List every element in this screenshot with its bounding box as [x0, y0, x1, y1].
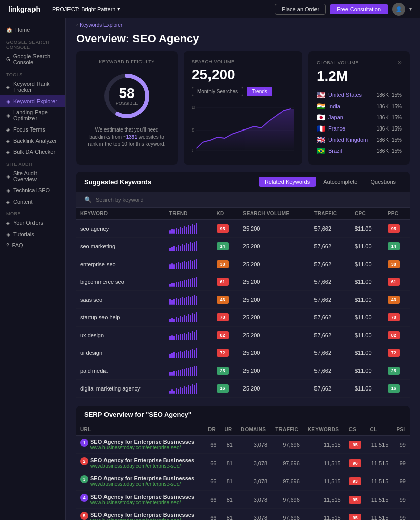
focus-terms-icon: ◈ [6, 127, 10, 133]
serp-cl-cell: 11,515 [366, 454, 392, 472]
traffic-cell: 57,662 [310, 344, 351, 362]
trend-bar [178, 245, 179, 251]
trend-bar [194, 314, 195, 322]
project-selector[interactable]: PROJECT: Bright Pattern ▾ [52, 6, 120, 12]
avatar[interactable]: 👤 [392, 3, 405, 16]
keyword-search-input[interactable] [96, 197, 402, 203]
keyword-cell: enterprise seo [76, 255, 165, 273]
keyword-cell: digital marketing agency [76, 380, 165, 398]
traffic-cell: 57,662 [310, 327, 351, 344]
sidebar-item-technical-seo[interactable]: ◈ Technical SEO [0, 185, 65, 196]
serp-url-cell: 3 SEO Agency for Enterprise Businesses w… [76, 472, 204, 491]
sidebar-item-content[interactable]: ◈ Content [0, 196, 65, 207]
trend-cell [165, 238, 213, 255]
serp-cs-cell: 96 [345, 454, 366, 472]
monthly-searches-button[interactable]: Monthly Searches [192, 87, 243, 96]
serp-page-url[interactable]: www.businesstoday.com/enterprise-seo/ [90, 481, 194, 487]
sidebar-label-backlink: Backlink Analyzer [13, 138, 57, 144]
tab-questions[interactable]: Questions [364, 177, 402, 187]
search-vol-cell: 25,200 [239, 362, 310, 380]
trends-button[interactable]: Trends [247, 87, 272, 96]
trend-bar [173, 264, 175, 269]
svg-text:0: 0 [192, 148, 193, 152]
serp-cl-cell: 11,515 [366, 491, 392, 509]
rank-tracker-icon: ◈ [6, 84, 10, 90]
serp-col-url: URL [76, 424, 204, 436]
country-name[interactable]: India [328, 103, 374, 109]
sidebar-item-gsc[interactable]: G Google Search Console [0, 51, 65, 68]
serp-col-traffic: TRAFFIC [271, 424, 304, 436]
country-name[interactable]: Japan [328, 114, 374, 120]
content-icon: ◈ [6, 199, 10, 205]
serp-page-title[interactable]: SEO Agency for Enterprise Businesses [90, 475, 194, 481]
country-name[interactable]: United States [328, 92, 374, 98]
trend-bar [188, 225, 189, 234]
trend-chart [169, 259, 208, 269]
sidebar-item-orders[interactable]: ◈ Your Orders [0, 217, 65, 229]
sidebar-item-faq[interactable]: ? FAQ [0, 240, 65, 251]
col-search-volume: SEARCH VOLUME [239, 208, 310, 220]
serp-page-url[interactable]: www.businesstoday.com/enterprise-seo/ [90, 518, 194, 520]
cpc-cell: $11.00 [351, 327, 383, 344]
serp-page-title[interactable]: SEO Agency for Enterprise Businesses [90, 494, 194, 500]
backlink-icon: ◈ [6, 138, 10, 144]
serp-page-title[interactable]: SEO Agency for Enterprise Businesses [90, 457, 194, 463]
trend-bar [196, 366, 197, 376]
sidebar-item-home[interactable]: 🏠 Home [0, 24, 65, 36]
serp-page-url[interactable]: www.businesstoday.com/enterprise-seo/ [90, 463, 194, 469]
serp-psi-cell: 99 [392, 454, 410, 472]
country-percent: 15% [392, 104, 402, 109]
kd-circle: 58 POSSIBLE [101, 71, 152, 121]
gv-country-row: 🇫🇷 France 186K 15% [317, 123, 402, 134]
serp-page-title[interactable]: SEO Agency for Enterprise Businesses [90, 439, 194, 445]
logo: linkgraph [8, 5, 40, 13]
sidebar-label-site-audit: Site Audit Overview [13, 170, 59, 182]
trend-bar [192, 367, 193, 376]
project-name: Bright Pattern [81, 6, 115, 12]
tab-autocomplete[interactable]: Autocomplete [317, 177, 363, 187]
breadcrumb-link[interactable]: Keywords Explorer [80, 22, 122, 28]
trend-chart [169, 223, 208, 234]
serp-page-url[interactable]: www.businesstoday.com/enterprise-seo/ [90, 445, 194, 450]
sidebar-item-bulk-da[interactable]: ◈ Bulk DA Checker [0, 146, 65, 157]
free-consultation-button[interactable]: Free Consultation [330, 4, 388, 14]
sidebar-item-landing-page[interactable]: ◈ Landing Page Optimizer [0, 107, 65, 124]
serp-page-title[interactable]: SEO Agency for Enterprise Businesses [90, 512, 194, 518]
sidebar-item-site-audit[interactable]: ◈ Site Audit Overview [0, 168, 65, 185]
country-name[interactable]: United Kingdom [328, 137, 374, 143]
trend-bar [192, 261, 193, 269]
tutorials-icon: ◈ [6, 232, 10, 237]
trend-bar [169, 264, 171, 269]
sidebar-item-tutorials[interactable]: ◈ Tutorials [0, 229, 65, 240]
country-name[interactable]: France [328, 125, 374, 132]
trend-chart [169, 330, 208, 340]
page-title: Overview: SEO Agency [66, 32, 420, 51]
trend-bar [182, 334, 183, 340]
trend-bar [196, 330, 197, 340]
serp-page-url[interactable]: www.businesstoday.com/enterprise-seo/ [90, 500, 194, 505]
sidebar-item-focus-terms[interactable]: ◈ Focus Terms [0, 124, 65, 135]
avatar-chevron-icon: ▾ [409, 6, 412, 12]
col-keyword: KEYWORD [76, 208, 165, 220]
sidebar-item-backlink[interactable]: ◈ Backlink Analyzer [0, 135, 65, 146]
col-traffic: TRAFFIC [310, 208, 351, 220]
sidebar-item-rank-tracker[interactable]: ◈ Keyword Rank Tracker [0, 78, 65, 95]
trend-bar [182, 297, 183, 305]
serp-col-domains: DOMAINS [237, 424, 271, 436]
trend-bar [188, 314, 189, 322]
serp-keywords-cell: 11,515 [304, 472, 345, 491]
trend-bar [194, 385, 195, 394]
serp-domains-cell: 3,078 [237, 509, 271, 521]
keyword-cell: ui design [76, 344, 165, 362]
tab-related-keywords[interactable]: Related Keywords [259, 177, 316, 187]
place-order-button[interactable]: Place an Order [275, 4, 326, 15]
keyword-cell: startup seo help [76, 309, 165, 327]
trend-bar [178, 262, 179, 269]
trend-bar [192, 349, 193, 358]
ppc-cell: 72 [383, 344, 410, 362]
ppc-cell: 14 [383, 238, 410, 255]
trend-bar [178, 389, 179, 394]
trend-bar [171, 353, 173, 358]
sidebar-item-keyword-explorer[interactable]: ◈ Keyword Explorer [0, 95, 65, 107]
country-name[interactable]: Brazil [328, 148, 374, 154]
